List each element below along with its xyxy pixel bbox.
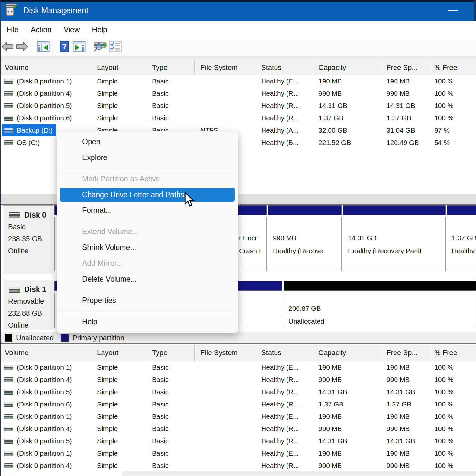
table-row[interactable]: (Disk 0 partition 1) Simple Basic Health… (0, 75, 476, 87)
cell-pctfree: 100 % (430, 435, 476, 447)
column-header-filesystem[interactable]: File System (195, 60, 257, 75)
menu-view[interactable]: View (64, 24, 83, 36)
cell-filesystem (195, 100, 257, 112)
table-row[interactable]: (Disk 0 partition 1) Simple Basic Health… (0, 410, 476, 423)
volume-icon (4, 463, 13, 468)
show-action-pane-button[interactable] (72, 40, 87, 54)
partition-block-990mb[interactable]: 990 MB Healthy (Recove (268, 205, 342, 271)
cell-capacity: 1.37 GB (312, 112, 381, 124)
table-row[interactable]: (Disk 0 partition 4) Simple Basic Health… (0, 373, 476, 386)
menu-item-explore[interactable]: Explore (57, 150, 238, 166)
disk0-label-panel[interactable]: Disk 0 Basic 238.35 GB Online (3, 205, 53, 274)
disk-name: Disk 1 (24, 285, 46, 294)
cell-filesystem (195, 423, 257, 435)
table-row[interactable]: (Disk 0 partition 6) Simple Basic Health… (0, 112, 476, 124)
volume-list-bottom: Volume Layout Type File System Status Ca… (0, 345, 476, 476)
table-row[interactable]: (Disk 0 partition 5) Simple Basic Health… (0, 435, 476, 447)
column-header-layout[interactable]: Layout (92, 345, 146, 361)
disk-management-app-icon (4, 2, 19, 18)
table-row[interactable]: (Disk 0 partition 1) Simple Basic Health… (0, 447, 476, 460)
menu-item-shrink-volume[interactable]: Shrink Volume... (57, 240, 238, 255)
back-button[interactable] (0, 40, 15, 54)
menu-item-delete-volume[interactable]: Delete Volume... (57, 271, 238, 287)
table-row[interactable]: (Disk 0 partition 4) Simple Basic Health… (0, 423, 476, 435)
cell-freespace: 1.37 GB (381, 398, 430, 410)
menu-item-properties[interactable]: Properties (57, 293, 238, 308)
cell-pctfree: 100 % (430, 460, 476, 472)
partition-block-14gb[interactable]: 14.31 GB Healthy (Recovery Partit (343, 205, 446, 271)
menu-file[interactable]: File (6, 24, 22, 36)
partition-block-unallocated[interactable]: 200.87 GB Unallocated (284, 281, 476, 329)
column-header-status[interactable]: Status (257, 345, 312, 361)
menu-item-open[interactable]: Open (57, 134, 238, 150)
disk-kind: Removable (8, 295, 53, 307)
cell-type: Basic (146, 361, 195, 373)
table-row[interactable]: (Disk 0 partition 1) Simple Basic Health… (0, 361, 476, 373)
column-header-layout[interactable]: Layout (92, 60, 146, 75)
menu-separator (58, 168, 237, 168)
rescan-disks-button[interactable] (93, 40, 108, 54)
view-options-button[interactable] (108, 40, 123, 54)
window-title: Disk Management (23, 6, 88, 15)
partition-line1: r Encr (239, 232, 261, 244)
column-header-status[interactable]: Status (257, 60, 312, 75)
volume-name: (Disk 0 partition 4) (17, 423, 72, 435)
cell-freespace: 1.37 GB (381, 112, 430, 124)
help-button[interactable]: ? (57, 40, 72, 54)
cell-capacity: 1.37 GB (312, 398, 381, 410)
column-header-volume[interactable]: Volume (0, 60, 92, 75)
disk1-label-panel[interactable]: Disk 1 Removable 232.88 GB Online (3, 280, 53, 330)
table-row[interactable]: (Disk 0 partition 5) Simple Basic Health… (0, 100, 476, 112)
unallocated-label: Unallocated (16, 334, 54, 342)
column-header-type[interactable]: Type (146, 60, 195, 75)
column-header-volume[interactable]: Volume (0, 345, 92, 361)
cell-volume: (Disk 0 partition 4) (0, 423, 92, 435)
table-row[interactable]: (Disk 0 partition 5) Simple Basic Health… (0, 386, 476, 398)
column-header-type[interactable]: Type (146, 345, 195, 361)
menu-item-mark-partition-active: Mark Partition as Active (57, 171, 238, 187)
menu-help[interactable]: Help (92, 24, 110, 36)
partition-color-bar (343, 205, 446, 215)
column-header-freespace[interactable]: Free Sp... (381, 60, 430, 75)
column-header-capacity[interactable]: Capacity (312, 60, 381, 75)
volume-name: (Disk 0 partition 4) (17, 460, 72, 472)
column-header-pctfree[interactable]: % Free (430, 345, 476, 361)
partition-block-1gb[interactable]: 1.37 GB Healthy ( (447, 205, 476, 271)
cell-capacity: 990 MB (312, 423, 381, 435)
cell-pctfree: 100 % (430, 386, 476, 398)
menu-item-format[interactable]: Format... (57, 202, 238, 218)
cell-capacity: 990 MB (312, 373, 381, 386)
column-header-pctfree[interactable]: % Free (430, 60, 476, 75)
cell-status: Healthy (R... (257, 100, 312, 112)
table-row[interactable]: (Disk 0 partition 4) Simple Basic Health… (0, 87, 476, 100)
minimize-button[interactable] (444, 4, 462, 17)
show-console-tree-button[interactable] (36, 40, 51, 54)
svg-text:?: ? (62, 42, 67, 51)
menu-item-help[interactable]: Help (57, 314, 238, 330)
menu-item-change-drive-letter[interactable]: Change Drive Letter and Paths... (60, 188, 235, 202)
cell-layout: Simple (92, 460, 146, 472)
toolbar-separator (33, 41, 33, 53)
cell-layout: Simple (92, 361, 146, 373)
menu-separator (58, 221, 237, 221)
cell-pctfree: 100 % (430, 373, 476, 386)
menu-action[interactable]: Action (31, 24, 55, 36)
column-header-capacity[interactable]: Capacity (312, 345, 381, 361)
cell-pctfree: 100 % (430, 447, 476, 460)
toolbar-separator (54, 41, 54, 53)
volume-name: Backup (D:) (17, 124, 53, 136)
cell-capacity: 990 MB (312, 460, 381, 472)
window-top-border (0, 0, 476, 2)
cell-status: Healthy (A... (257, 124, 312, 136)
cell-freespace: 31.04 GB (381, 124, 430, 136)
partition-body: 990 MB Healthy (Recove (268, 217, 342, 271)
column-header-filesystem[interactable]: File System (195, 345, 257, 361)
selected-volume-label: Backup (D:) (2, 124, 56, 136)
table-row[interactable]: (Disk 0 partition 6) Simple Basic Health… (0, 398, 476, 410)
table-row[interactable]: (Disk 0 partition 4) Simple Basic Health… (0, 460, 476, 472)
column-header-freespace[interactable]: Free Sp... (381, 345, 430, 361)
action-pane-icon (73, 41, 86, 54)
forward-button[interactable] (15, 40, 30, 54)
partition-line1: 990 MB (273, 232, 323, 244)
cell-type: Basic (146, 373, 195, 386)
